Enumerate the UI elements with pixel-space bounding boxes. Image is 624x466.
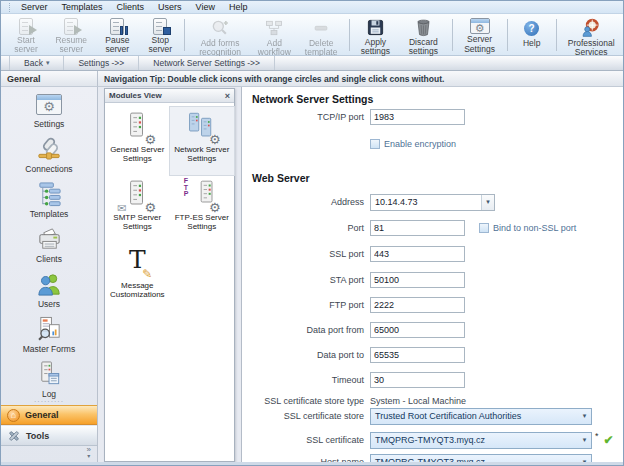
module-general-server-settings[interactable]: ⚙ General Server Settings: [105, 107, 170, 175]
settings-form: Network Server Settings TCP/IP port Enab…: [241, 87, 624, 466]
address-label: Address: [252, 197, 364, 207]
breadcrumb: Back ▾ Settings ->> Network Server Setti…: [1, 56, 624, 71]
discard-settings-button[interactable]: Discard settings: [398, 16, 448, 54]
sta-port-label: STA port: [252, 275, 364, 285]
modules-view-header[interactable]: Modules View ×: [105, 89, 234, 103]
navigation-tip: Navigation Tip: Double click icons with …: [98, 71, 624, 87]
ftp-port-input[interactable]: [370, 297, 465, 313]
ssl-port-input[interactable]: [370, 246, 465, 262]
toolbar-separator: [349, 19, 350, 51]
nav-pane-options-button[interactable]: » ▾: [87, 447, 91, 459]
address-combo[interactable]: 10.14.4.73 ▾: [370, 194, 495, 211]
add-workflow-icon: [262, 18, 286, 38]
toolbar: Start server Resume server Pause server …: [1, 14, 624, 56]
window-bottom-edge: [1, 462, 623, 465]
menu-templates[interactable]: Templates: [55, 2, 110, 12]
sidebar-item-clients[interactable]: Clients: [1, 222, 97, 267]
tcp-ip-port-label: TCP/IP port: [252, 112, 364, 122]
resume-server-icon: [59, 18, 83, 35]
menu-view[interactable]: View: [189, 2, 222, 12]
server-settings-button[interactable]: ⚙ Server Settings: [455, 16, 504, 54]
data-port-from-input[interactable]: [370, 322, 465, 338]
nav-pane-tools[interactable]: Tools: [1, 426, 97, 446]
home-icon: ⌂: [7, 409, 20, 422]
cert-store-combo[interactable]: Trusted Root Certification Authorities ▾: [370, 408, 592, 425]
chevron-down-icon[interactable]: ▾: [578, 409, 591, 424]
delete-template-button: Delete template: [296, 16, 346, 54]
modules-column: Modules View × ⚙ General Server Settings…: [98, 87, 241, 466]
save-icon: [363, 18, 387, 37]
module-smtp-server-settings[interactable]: ✉ ⚙ SMTP Server Settings: [105, 175, 170, 243]
ssl-certificate-label: SSL certificate: [252, 435, 364, 445]
breadcrumb-settings[interactable]: Settings ->>: [64, 56, 139, 70]
professional-services-button[interactable]: Professional Services: [559, 16, 623, 54]
timeout-label: Timeout: [252, 375, 364, 385]
menu-bar: Server Templates Clients Users View Help: [1, 1, 624, 14]
nav-pane-general[interactable]: ⌂ General: [1, 405, 97, 425]
letter-t-pencil-icon: T ✎: [119, 247, 155, 279]
port-label: Port: [252, 223, 364, 233]
pause-server-icon: [105, 18, 129, 35]
menu-server[interactable]: Server: [14, 2, 55, 12]
timeout-input[interactable]: [370, 372, 465, 388]
module-network-server-settings[interactable]: ⚙ Network Server Settings: [170, 107, 235, 175]
add-forms-recognition-icon: [208, 18, 232, 38]
server-envelope-gear-icon: ✉ ⚙: [119, 179, 155, 211]
modules-grid: ⚙ General Server Settings ⚙ Network Serv…: [105, 103, 234, 311]
module-message-customizations[interactable]: T ✎ Message Customizations: [105, 243, 170, 311]
sidebar-item-templates[interactable]: Templates: [1, 177, 97, 222]
help-button[interactable]: ? Help: [511, 16, 553, 54]
tools-icon: [7, 429, 21, 443]
ftp-port-label: FTP port: [252, 300, 364, 310]
data-port-to-input[interactable]: [370, 347, 465, 363]
chevron-down-icon[interactable]: ▾: [578, 433, 591, 448]
close-icon[interactable]: ×: [225, 91, 230, 101]
data-port-from-label: Data port from: [252, 325, 364, 335]
modules-view-panel: Modules View × ⚙ General Server Settings…: [104, 88, 235, 462]
section-title-web-server: Web Server: [252, 172, 310, 184]
chevron-down-icon[interactable]: ▾: [481, 195, 494, 210]
sta-port-input[interactable]: [370, 272, 465, 288]
sidebar-item-master-forms[interactable]: Master Forms: [1, 312, 97, 357]
sidebar-item-connections[interactable]: Connections: [1, 132, 97, 177]
add-workflow-button: Add workflow: [252, 16, 296, 54]
valid-check-icon: ✔: [604, 433, 614, 447]
sidebar-item-log[interactable]: Log: [1, 357, 97, 402]
pause-server-button[interactable]: Pause server: [96, 16, 140, 54]
bind-non-ssl-checkbox[interactable]: [479, 223, 489, 233]
menu-help[interactable]: Help: [222, 2, 255, 12]
settings-icon: ⚙: [36, 90, 62, 118]
sidebar-item-users[interactable]: Users: [1, 267, 97, 312]
toolbar-separator: [507, 19, 508, 51]
documents-magnifier-icon: [36, 315, 63, 343]
stop-server-icon: [148, 18, 172, 35]
enable-encryption-checkbox[interactable]: [370, 139, 380, 149]
left-panel-header: General: [1, 71, 98, 87]
apply-settings-button[interactable]: Apply settings: [353, 16, 399, 54]
network-servers-gear-icon: ⚙: [184, 111, 220, 143]
tree-icon: [36, 180, 63, 208]
enable-encryption-label: Enable encryption: [384, 139, 456, 149]
sidebar: ⚙ Settings Connections Templates Clients…: [1, 87, 98, 466]
back-button[interactable]: Back ▾: [9, 56, 64, 70]
resume-server-button: Resume server: [47, 16, 96, 54]
module-ftp-es-server-settings[interactable]: FTP ⚙ FTP-ES Server Settings: [170, 175, 235, 243]
port-input[interactable]: [370, 220, 465, 236]
toolbar-separator: [452, 19, 453, 51]
lifebuoy-icon: [579, 18, 603, 38]
sidebar-item-settings[interactable]: ⚙ Settings: [1, 87, 97, 132]
required-asterisk: *: [595, 431, 599, 441]
menu-grip: [9, 3, 12, 12]
log-icon: [36, 360, 63, 388]
tcp-ip-port-input[interactable]: [370, 109, 465, 125]
breadcrumb-network-server-settings[interactable]: Network Server Settings ->>: [139, 56, 275, 70]
ssl-certificate-combo[interactable]: TMQPRG-TMYQT3.myq.cz ▾: [370, 432, 592, 449]
stop-server-button[interactable]: Stop server: [139, 16, 181, 54]
menu-clients[interactable]: Clients: [110, 2, 152, 12]
cert-store-type-value: System - Local Machine: [370, 396, 466, 406]
splitter-grip[interactable]: ·········: [1, 399, 97, 404]
users-icon: [36, 270, 63, 298]
menu-users[interactable]: Users: [151, 2, 189, 12]
add-forms-recognition-button: Add forms recognition: [188, 16, 252, 54]
chevron-down-icon: ▾: [46, 59, 50, 67]
